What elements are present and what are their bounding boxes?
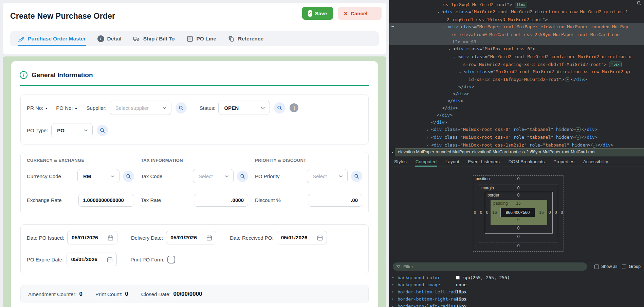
dom-tree-node[interactable]: 2 imgGird1 css-16fnxy3-MuiGrid2-root"> <box>389 16 644 23</box>
dom-tree-node[interactable]: </div> <box>389 104 644 112</box>
po-type-value: PO <box>57 127 65 133</box>
devtools-tab-computed[interactable]: Computed <box>416 156 437 167</box>
po-priority-select[interactable]: Select <box>307 169 348 183</box>
collapsed-arrow-icon[interactable]: ▸ <box>427 126 431 134</box>
collapsed-arrow-icon[interactable]: ▸ <box>459 69 464 76</box>
supplier-select[interactable]: Select supplier <box>110 101 171 115</box>
tab-detail[interactable]: iDetail <box>97 31 122 46</box>
collapsed-arrow-icon[interactable]: ▸ <box>392 281 394 288</box>
supplier-label: Supplier: <box>87 105 107 111</box>
status-search-button[interactable] <box>274 102 285 114</box>
expand-arrow-icon[interactable]: ▾ <box>438 9 442 16</box>
status-select[interactable]: OPEN <box>218 101 270 115</box>
tab-reference[interactable]: Reference <box>228 31 263 46</box>
tax-code-search-button[interactable] <box>237 171 248 182</box>
dom-tree-node[interactable]: ▸<div class="MuiBox-root css-1sm2s1z" ro… <box>389 141 644 148</box>
collapsed-arrow-icon[interactable]: ▸ <box>427 142 431 148</box>
closed-date-label: Closed Date: <box>141 291 171 297</box>
po-no-value: - <box>75 105 77 111</box>
computed-property-row[interactable]: ▸border-bottom-left-radius16px <box>389 288 644 295</box>
print-po-form-checkbox[interactable] <box>167 256 175 263</box>
property-name: border-bottom-left-radius <box>398 289 464 294</box>
expand-arrow-icon[interactable]: ▾ <box>448 46 453 53</box>
expand-dots-icon[interactable]: ⋯ <box>591 143 597 148</box>
currency-search-button[interactable] <box>123 171 134 182</box>
delivery-date-input[interactable]: 05/01/2026 <box>166 231 216 244</box>
po-priority-search-button[interactable] <box>351 171 362 182</box>
po-expire-date-input[interactable]: 05/01/2026 <box>67 253 117 266</box>
group-checkbox[interactable]: Group <box>622 264 641 269</box>
currency-code-select[interactable]: RM <box>77 169 119 183</box>
computed-property-row[interactable]: ▸background-imagenone <box>389 281 644 288</box>
status-label: Status: <box>200 105 216 111</box>
search-icon <box>99 127 105 133</box>
date-po-issued-input[interactable]: 05/01/2026 <box>67 231 117 244</box>
save-button[interactable]: ✓ Save <box>302 7 333 20</box>
dom-tree-node[interactable]: ▸<div class="MuiBox-root css-0" role="ta… <box>389 126 644 134</box>
supplier-search-button[interactable] <box>176 102 187 114</box>
expand-arrow-icon[interactable]: ▾ <box>443 24 447 31</box>
filter-input[interactable]: Filter <box>393 262 587 271</box>
devtools-tab-styles[interactable]: Styles <box>394 156 407 167</box>
po-type-search-button[interactable] <box>97 125 108 136</box>
column-header: PRIORITY & DISCOUNT <box>255 158 362 163</box>
computed-property-row[interactable]: ▸background-colorrgb(255, 255, 255) <box>389 274 644 281</box>
breadcrumb[interactable]: elevation.MuiPaper-rounded.MuiPaper-elev… <box>395 148 644 156</box>
dom-tree-node[interactable]: </div> <box>389 90 644 97</box>
property-value: none <box>456 281 466 288</box>
tab-po-line[interactable]: PO Line <box>186 31 217 46</box>
currency-code-label: Currency Code <box>27 173 61 179</box>
property-name: border-top-left-radius <box>398 304 456 307</box>
tax-code-select[interactable]: Select <box>193 169 234 183</box>
po-type-select[interactable]: PO <box>51 123 93 137</box>
dom-tree-node[interactable]: ss-1pi8xg4-MuiGrid2-root">flex <box>389 1 644 8</box>
dom-tree-node[interactable]: id-xs-12 css-16fnxy3-MuiGrid2-root">⋯</d… <box>389 76 644 83</box>
computed-property-row[interactable]: ▸border-bottom-right-radius16px <box>389 295 644 303</box>
expand-dots-icon[interactable]: ⋯ <box>575 135 581 140</box>
dom-tree-node[interactable]: ▾<div class="MuiGrid2-root MuiGrid2-cont… <box>389 53 644 61</box>
dom-tree-node[interactable]: ▾<div class="MuiGrid2-root MuiGrid2-dire… <box>389 8 644 16</box>
show-all-checkbox[interactable]: Show all <box>594 264 617 269</box>
date-received-po-input[interactable]: 05/01/2026 <box>277 231 327 244</box>
cancel-button[interactable]: × Cancel <box>338 7 382 20</box>
dom-tree-node[interactable]: </div> <box>389 119 644 126</box>
calendar-icon <box>107 235 114 241</box>
computed-properties-list: ▸background-colorrgb(255, 255, 255)▸back… <box>389 272 644 307</box>
computed-property-row[interactable]: ▸border-top-left-radius16px <box>389 303 644 307</box>
dom-tree-node[interactable]: ▾<div class="MuiBox-root css-0"> <box>389 45 644 53</box>
dom-tree-node-selected[interactable]: ▾<div class="MuiPaper-root MuiPaper-elev… <box>389 23 644 31</box>
tax-rate-input[interactable]: .0000 <box>194 194 248 207</box>
dom-tree-node[interactable]: s-row MuiGrid2-spacing-xs-3 css-dkd71f-M… <box>389 61 644 68</box>
discount-input[interactable]: .00 <box>308 194 362 207</box>
priority-discount-column: PRIORITY & DISCOUNT PO Priority Select <box>255 158 362 206</box>
content-panel: i General Information PR No: - PO No: - … <box>3 56 386 307</box>
devtools-tab-event-listeners[interactable]: Event Listeners <box>468 156 500 167</box>
devtools-tab-layout[interactable]: Layout <box>445 156 459 167</box>
dom-tree-node[interactable]: </div> <box>389 112 644 119</box>
order-identity-section: PR No: - PO No: - Supplier: Select suppl… <box>20 95 369 144</box>
dom-tree-node-selected[interactable]: er-elevation0 MuiCard-root css-2s58ym-Mu… <box>389 31 644 38</box>
devtools-tab-accessibility[interactable]: Accessibility <box>583 156 608 167</box>
expand-arrow-icon[interactable]: ▾ <box>454 54 458 61</box>
dom-tree-node[interactable]: ▸<div class="MuiGrid2-root MuiGrid2-dire… <box>389 68 644 76</box>
collapsed-arrow-icon[interactable]: ▸ <box>392 288 394 295</box>
dom-tree-node[interactable]: ▸<div class="MuiBox-root css-0" role="ta… <box>389 134 644 141</box>
breadcrumb-back-icon[interactable]: ◂ <box>389 148 395 156</box>
expand-dots-icon[interactable]: ⋯ <box>565 77 570 82</box>
chevron-down-icon <box>110 174 115 179</box>
tab-ship-bill-to[interactable]: Ship / Bill To <box>133 31 175 46</box>
devtools-tab-properties[interactable]: Properties <box>553 156 574 167</box>
collapsed-arrow-icon[interactable]: ▸ <box>392 303 394 307</box>
exchange-rate-input[interactable]: 1.0000000000000 <box>78 194 134 207</box>
dom-tree-node[interactable]: </div> <box>389 97 644 104</box>
collapsed-arrow-icon[interactable]: ▸ <box>427 134 431 141</box>
dom-tree-node-selected[interactable]: t"> == $0 <box>389 38 644 45</box>
tab-label: PO Line <box>197 36 217 42</box>
collapsed-arrow-icon[interactable]: ▸ <box>392 295 394 303</box>
dom-tree-node[interactable]: </div> <box>389 83 644 90</box>
devtools-tab-dom-breakpoints[interactable]: DOM Breakpoints <box>509 156 545 167</box>
expand-dots-icon[interactable]: ⋯ <box>575 127 581 132</box>
collapsed-arrow-icon[interactable]: ▸ <box>392 274 394 281</box>
tab-purchase-order-master[interactable]: Purchase Order Master <box>18 31 86 46</box>
chevron-down-icon <box>338 174 343 179</box>
